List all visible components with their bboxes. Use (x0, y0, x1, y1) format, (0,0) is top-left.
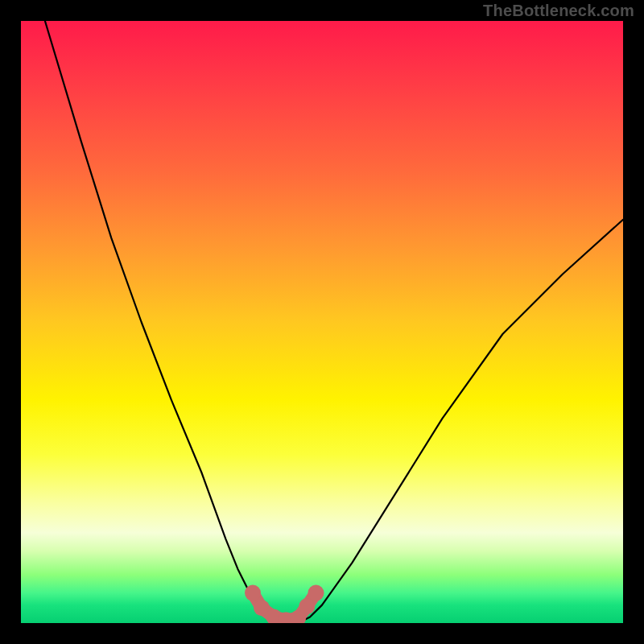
plot-area (21, 21, 623, 623)
valley-point (245, 585, 261, 601)
watermark-text: TheBottleneck.com (483, 2, 634, 20)
chart-frame: TheBottleneck.com (0, 0, 644, 644)
valley-point (308, 585, 324, 601)
chart-svg (21, 21, 623, 623)
valley-point (299, 598, 315, 614)
bottleneck-curve (45, 21, 623, 623)
